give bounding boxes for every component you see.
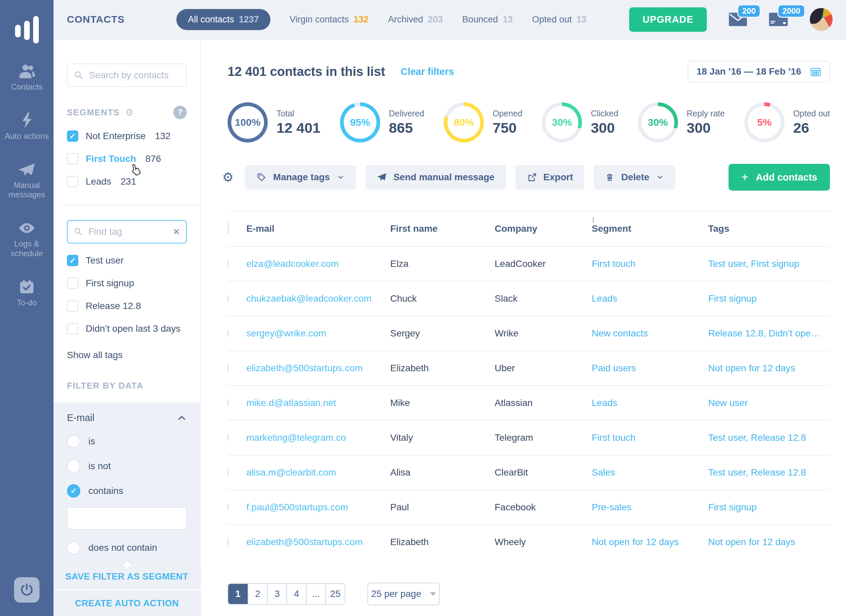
radio[interactable] — [67, 541, 80, 554]
checkbox[interactable] — [67, 153, 78, 164]
row-checkbox[interactable] — [228, 260, 229, 267]
contact-search[interactable] — [67, 63, 187, 87]
row-checkbox[interactable] — [228, 504, 229, 510]
tag-item-test-user[interactable]: ✓Test user — [67, 255, 187, 266]
cell-segment[interactable]: First touch — [591, 258, 708, 269]
checkbox[interactable]: ✓ — [67, 255, 78, 266]
sidebar-item-to-do[interactable]: To-do — [0, 279, 53, 308]
tab-virgin-contacts[interactable]: Virgin contacts132 — [290, 15, 369, 25]
checkbox[interactable] — [67, 176, 78, 187]
date-range-picker[interactable]: 18 Jan ’16 — 18 Feb ’16 — [688, 61, 830, 82]
send-manual-message-button[interactable]: Send manual message — [365, 165, 506, 190]
email-option-does-not-contain[interactable]: does not contain — [67, 541, 187, 554]
cell-segment[interactable]: Pre-sales — [591, 502, 708, 513]
segment-label[interactable]: First Touch — [86, 154, 136, 164]
cell-segment[interactable]: New contacts — [591, 328, 708, 339]
search-input[interactable] — [88, 70, 180, 81]
page-1[interactable]: 1 — [228, 584, 248, 604]
tab-all-contacts[interactable]: All contacts1237 — [177, 9, 270, 30]
row-checkbox[interactable] — [228, 434, 229, 441]
tag-item-release-12-8[interactable]: Release 12.8 — [67, 300, 187, 312]
email-option-is-not[interactable]: is not — [67, 459, 187, 473]
page-3[interactable]: 3 — [267, 584, 287, 604]
cell-tags[interactable]: Test user, First signup — [708, 258, 830, 269]
clear-tag-search-icon[interactable]: ✕ — [173, 227, 180, 237]
radio[interactable] — [67, 459, 80, 473]
cell-tags[interactable]: Test user, Release 12.8 — [708, 467, 830, 478]
cell-tags[interactable]: Release 12.8, Didn’t open las.. — [708, 328, 830, 339]
logout-button[interactable] — [14, 577, 40, 603]
cell-tags[interactable]: New user — [708, 397, 830, 408]
per-page-select[interactable]: 25 per page — [368, 582, 440, 605]
show-all-tags-link[interactable]: Show all tags — [67, 350, 187, 361]
cell-email[interactable]: mike.d@atlassian.net — [246, 397, 390, 408]
cell-email[interactable]: chukzaebak@leadcooker.com — [246, 293, 390, 304]
email-contains-input[interactable] — [67, 507, 187, 530]
cell-email[interactable]: elizabeth@500startups.com — [246, 537, 390, 547]
cell-segment[interactable]: Sales — [591, 467, 708, 478]
upgrade-button[interactable]: UPGRADE — [629, 7, 707, 32]
row-checkbox[interactable] — [228, 399, 229, 406]
cell-segment[interactable]: Paid users — [591, 363, 708, 374]
radio[interactable]: ✓ — [67, 484, 80, 498]
checkbox[interactable] — [67, 323, 78, 334]
radio[interactable] — [67, 435, 80, 448]
card-credits[interactable]: 2000 — [769, 13, 788, 26]
cell-segment[interactable]: Leads — [591, 293, 708, 304]
cell-tags[interactable]: Test user, Release 12.8 — [708, 433, 830, 443]
segment-item-first-touch[interactable]: First Touch876 — [67, 153, 187, 164]
clear-filters-link[interactable]: Clear filters — [400, 66, 454, 77]
row-checkbox[interactable] — [228, 365, 229, 371]
select-all-checkbox[interactable] — [228, 223, 229, 235]
save-filter-as-segment-button[interactable]: SAVE FILTER AS SEGMENT — [53, 564, 200, 589]
segment-item-not-enterprise[interactable]: ✓Not Enterprise132 — [67, 131, 187, 142]
create-auto-action-button[interactable]: CREATE AUTO ACTION — [53, 591, 200, 616]
segments-gear-icon[interactable]: ⚙ — [125, 107, 134, 118]
tag-item-didn-t-open-last-3-days[interactable]: Didn’t open last 3 days — [67, 323, 187, 334]
delete-button[interactable]: Delete — [594, 165, 675, 190]
cell-tags[interactable]: First signup — [708, 502, 830, 513]
help-icon[interactable]: ? — [174, 106, 187, 119]
page-25[interactable]: 25 — [325, 584, 345, 604]
email-option-is[interactable]: is — [67, 435, 187, 448]
sidebar-item-contacts[interactable]: Contacts — [0, 63, 53, 92]
segment-item-leads[interactable]: Leads231 — [67, 176, 187, 187]
find-tag-box[interactable]: ✕ — [67, 220, 187, 243]
table-settings-gear-icon[interactable]: ⚙ — [222, 170, 234, 185]
row-checkbox[interactable] — [228, 469, 229, 476]
cell-tags[interactable]: Not open for 12 days — [708, 537, 830, 547]
tab-archived[interactable]: Archived203 — [388, 15, 443, 25]
export-button[interactable]: Export — [515, 165, 585, 190]
segment-label[interactable]: Leads — [86, 176, 111, 187]
cell-segment[interactable]: First touch — [591, 433, 708, 443]
cell-segment[interactable]: Not open for 12 days — [591, 537, 708, 547]
find-tag-input[interactable] — [88, 226, 168, 238]
checkbox[interactable]: ✓ — [67, 131, 78, 142]
email-filter-header[interactable]: E-mail — [67, 412, 187, 423]
checkbox[interactable] — [67, 277, 78, 289]
page-ellipsis[interactable]: ... — [306, 584, 325, 604]
email-credits[interactable]: 200 — [729, 13, 747, 26]
checkbox[interactable] — [67, 300, 78, 312]
page-2[interactable]: 2 — [248, 584, 267, 604]
page-4[interactable]: 4 — [287, 584, 306, 604]
row-checkbox[interactable] — [228, 538, 229, 546]
cell-tags[interactable]: Not open for 12 days — [708, 363, 830, 374]
cell-email[interactable]: f.paul@500startups.com — [246, 502, 390, 513]
manage-tags-button[interactable]: Manage tags — [245, 165, 356, 190]
avatar[interactable] — [810, 8, 833, 31]
row-checkbox[interactable] — [228, 330, 229, 337]
cell-email[interactable]: marketing@telegram.co — [246, 433, 390, 443]
sidebar-item-logs-schedule[interactable]: Logs & schedule — [0, 220, 53, 258]
cell-email[interactable]: elza@leadcooker.com — [246, 258, 390, 269]
tab-bounced[interactable]: Bounced13 — [462, 15, 513, 25]
segment-label[interactable]: Not Enterprise — [86, 131, 146, 141]
sidebar-item-auto-actions[interactable]: Auto actions — [0, 113, 53, 141]
cell-tags[interactable]: First signup — [708, 293, 830, 304]
cell-segment[interactable]: Leads — [591, 397, 708, 408]
add-contacts-button[interactable]: + Add contacts — [728, 164, 830, 191]
sidebar-item-manual-messages[interactable]: Manual messages — [0, 162, 53, 200]
tab-opted-out[interactable]: Opted out13 — [532, 15, 587, 25]
tag-item-first-signup[interactable]: First signup — [67, 277, 187, 289]
cell-email[interactable]: elizabeth@500startups.com — [246, 363, 390, 374]
